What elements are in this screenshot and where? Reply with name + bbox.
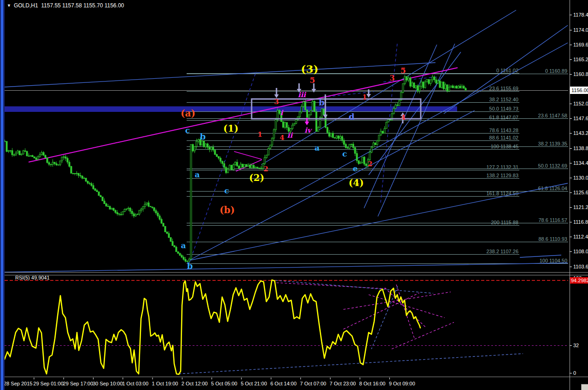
- svg-text:238.2 1107.26: 238.2 1107.26: [486, 249, 518, 254]
- svg-text:78.6 1143.28: 78.6 1143.28: [489, 128, 518, 133]
- svg-text:1160.80: 1160.80: [573, 71, 588, 77]
- svg-text:1143.20: 1143.20: [573, 130, 588, 136]
- rsi-indicator-label: RSI(5) 49.9041: [15, 275, 50, 280]
- svg-text:(4): (4): [349, 177, 364, 188]
- svg-text:1156.00: 1156.00: [571, 87, 588, 93]
- svg-text:1165.20: 1165.20: [573, 57, 588, 62]
- chart-canvas: 0 1161.0223.6 1155.6938.2 1152.4050.0 11…: [0, 0, 588, 390]
- svg-text:1130.00: 1130.00: [573, 175, 588, 180]
- svg-text:7 Oct 07:00: 7 Oct 07:00: [300, 381, 326, 386]
- svg-text:4: 4: [401, 113, 406, 122]
- svg-text:1134.40: 1134.40: [573, 160, 588, 166]
- svg-text:b: b: [319, 98, 325, 107]
- svg-text:1125.60: 1125.60: [573, 190, 588, 195]
- svg-text:3: 3: [389, 74, 394, 82]
- svg-text:3: 3: [274, 98, 279, 106]
- svg-text:d: d: [349, 112, 355, 122]
- svg-text:9 Oct 09:00: 9 Oct 09:00: [389, 381, 415, 386]
- svg-text:(1): (1): [223, 123, 239, 134]
- ohlc-quote-label: 1157.55 1157.58 1155.70 1156.00: [41, 2, 124, 9]
- svg-text:1174.00: 1174.00: [573, 27, 588, 33]
- time-axis: 28 Sep 201529 Sep 01:0029 Sep 17:0030 Se…: [0, 378, 570, 390]
- svg-text:100 1138.45: 100 1138.45: [491, 144, 518, 149]
- svg-text:29 Sep 01:00: 29 Sep 01:00: [33, 381, 63, 386]
- svg-text:a: a: [194, 170, 200, 179]
- svg-text:c: c: [342, 149, 347, 158]
- svg-text:1 Oct 19:00: 1 Oct 19:00: [152, 381, 178, 386]
- svg-text:23.6 1147.58: 23.6 1147.58: [538, 113, 567, 118]
- svg-text:8 Oct 16:00: 8 Oct 16:00: [359, 381, 386, 386]
- svg-text:4: 4: [280, 134, 284, 142]
- svg-text:ii: ii: [287, 131, 293, 140]
- svg-text:e: e: [353, 164, 358, 173]
- svg-text:1138.80: 1138.80: [573, 146, 588, 151]
- svg-text:100 1104.50: 100 1104.50: [540, 258, 567, 263]
- symbol-period-label: GOLD,H1: [14, 2, 38, 9]
- svg-text:28 Sep 2015: 28 Sep 2015: [4, 381, 32, 386]
- svg-text:b: b: [187, 261, 193, 271]
- svg-text:2 Oct 12:00: 2 Oct 12:00: [182, 381, 208, 386]
- svg-text:0: 0: [573, 370, 576, 376]
- svg-text:138.2 1129.83: 138.2 1129.83: [486, 173, 518, 178]
- svg-text:b: b: [200, 132, 206, 141]
- svg-text:29 Sep 17:00: 29 Sep 17:00: [63, 381, 93, 386]
- mt4-chart-window: 0 1161.0223.6 1155.6938.2 1152.4050.0 11…: [0, 0, 588, 390]
- chart-title: ▼GOLD,H1 1157.55 1157.58 1155.70 1156.00: [7, 2, 124, 9]
- svg-text:88.6 1141.02: 88.6 1141.02: [489, 135, 518, 140]
- svg-text:c: c: [224, 186, 229, 195]
- svg-text:50.0 1149.73: 50.0 1149.73: [489, 106, 518, 111]
- svg-text:5: 5: [400, 66, 406, 75]
- svg-text:(a): (a): [181, 108, 195, 119]
- svg-text:30 Sep 10:00: 30 Sep 10:00: [93, 381, 123, 386]
- svg-text:5 Oct 05:00: 5 Oct 05:00: [211, 381, 237, 386]
- svg-text:1112.40: 1112.40: [573, 234, 588, 239]
- svg-text:(2): (2): [249, 172, 265, 183]
- svg-text:94.2982: 94.2982: [571, 278, 588, 283]
- svg-text:1: 1: [258, 130, 262, 139]
- svg-text:38.2 1139.35: 38.2 1139.35: [538, 141, 567, 146]
- svg-text:32: 32: [573, 343, 579, 348]
- svg-text:1121.20: 1121.20: [573, 204, 588, 210]
- svg-text:78.6 1116.57: 78.6 1116.57: [538, 217, 567, 223]
- svg-text:1178.40: 1178.40: [573, 12, 588, 17]
- svg-text:7 Oct 23:00: 7 Oct 23:00: [329, 381, 356, 386]
- svg-text:38.2 1152.40: 38.2 1152.40: [489, 97, 518, 102]
- svg-text:200 1115.88: 200 1115.88: [491, 220, 518, 225]
- svg-text:6 Oct 14:00: 6 Oct 14:00: [270, 381, 297, 386]
- svg-text:1108.00: 1108.00: [573, 249, 588, 254]
- svg-text:23.6 1155.69: 23.6 1155.69: [489, 86, 518, 91]
- svg-text:c: c: [185, 126, 190, 135]
- svg-text:5: 5: [310, 76, 315, 85]
- svg-text:5 Oct 21:00: 5 Oct 21:00: [241, 381, 267, 386]
- window-left-border: [0, 0, 5, 390]
- svg-text:iii: iii: [298, 91, 306, 99]
- svg-text:1103.60: 1103.60: [573, 264, 588, 269]
- svg-text:88.6 1110.93: 88.6 1110.93: [538, 236, 567, 242]
- svg-text:50.0 1132.69: 50.0 1132.69: [538, 163, 567, 169]
- svg-text:a: a: [181, 241, 186, 250]
- window-resize-corner[interactable]: [581, 384, 588, 390]
- svg-text:(b): (b): [220, 204, 235, 215]
- support-zone-band[interactable]: [5, 106, 457, 112]
- svg-text:1169.60: 1169.60: [573, 42, 588, 47]
- svg-text:1147.60: 1147.60: [573, 116, 588, 121]
- svg-text:61.8 1147.07: 61.8 1147.07: [489, 115, 518, 120]
- symbol-dropdown-icon[interactable]: ▼: [7, 3, 11, 8]
- svg-text:1152.00: 1152.00: [573, 101, 588, 106]
- svg-text:1: 1: [362, 93, 367, 101]
- svg-text:1116.80: 1116.80: [573, 219, 588, 225]
- svg-text:(3): (3): [301, 63, 318, 75]
- svg-text:0 1160.89: 0 1160.89: [545, 68, 567, 74]
- svg-text:2: 2: [368, 160, 372, 168]
- svg-text:1 Oct 03:00: 1 Oct 03:00: [122, 381, 148, 386]
- svg-text:a: a: [314, 143, 319, 152]
